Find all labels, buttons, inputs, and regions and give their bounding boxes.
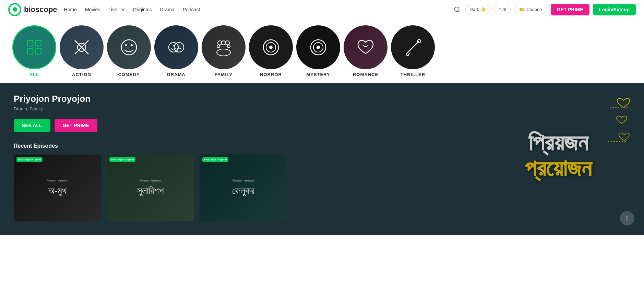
action-icon xyxy=(71,37,92,58)
bangla-toggle[interactable]: বাংলা xyxy=(494,5,511,14)
coupon-label: Coupon xyxy=(526,7,542,12)
genre-item-mystery[interactable]: MYSTERY xyxy=(296,25,340,77)
navbar: bioscope Home Movies Live TV Originals D… xyxy=(0,0,644,19)
svg-line-28 xyxy=(407,41,419,53)
svg-point-0 xyxy=(454,7,459,11)
card2-badge: bioscope original xyxy=(109,157,135,162)
nav-links: Home Movies Live TV Originals Drama Podc… xyxy=(64,7,445,12)
genre-label-drama: DRAMA xyxy=(167,72,185,77)
episode-card-3[interactable]: bioscope original প্রিয়জন প্রয়োজন কেলু… xyxy=(200,155,287,221)
genre-circle-comedy xyxy=(107,25,151,69)
svg-rect-5 xyxy=(36,49,41,54)
card1-art: প্রিয়জন প্রয়োজন অ-মুখ xyxy=(47,179,68,197)
genre-bar: ALL ACTION COMEDY xyxy=(0,19,644,83)
genre-circle-romance xyxy=(344,25,387,69)
svg-rect-2 xyxy=(27,40,33,46)
nav-livetv[interactable]: Live TV xyxy=(108,7,124,12)
recent-episodes-label: Recent Episodes xyxy=(14,143,353,149)
login-signup-button[interactable]: Login/Signup xyxy=(593,4,636,15)
show-actions: SEE ALL GET PRIME xyxy=(14,119,353,132)
episode-card-1[interactable]: bioscope original প্রিয়জন প্রয়োজন অ-মু… xyxy=(14,155,101,221)
card3-art: প্রিয়জন প্রয়োজন কেলুকর xyxy=(232,179,254,197)
svg-point-11 xyxy=(131,44,133,46)
genre-item-family[interactable]: FAMILY xyxy=(202,25,246,77)
content-section: Priyojon Proyojon Drama, Family SEE ALL … xyxy=(0,83,644,235)
svg-point-9 xyxy=(121,40,136,55)
svg-point-19 xyxy=(217,45,220,48)
genre-item-drama[interactable]: DRAMA xyxy=(154,25,198,77)
logo[interactable]: bioscope xyxy=(8,3,57,16)
nav-originals[interactable]: Originals xyxy=(133,7,152,12)
logo-circle xyxy=(8,3,21,16)
dark-mode-toggle[interactable]: Dark ☀️ xyxy=(465,5,491,14)
genre-item-action[interactable]: ACTION xyxy=(60,25,104,77)
comedy-icon xyxy=(119,37,139,58)
horror-icon xyxy=(261,37,281,58)
romance-icon xyxy=(355,37,376,58)
show-info: Priyojon Proyojon Drama, Family SEE ALL … xyxy=(14,94,353,221)
nav-drama[interactable]: Drama xyxy=(160,7,175,12)
mystery-icon xyxy=(308,37,329,58)
svg-point-10 xyxy=(125,44,127,46)
right-art-text: প্রিয়জন প্রয়োজন xyxy=(525,130,592,181)
search-icon xyxy=(454,6,461,13)
search-button[interactable] xyxy=(452,5,462,14)
genre-label-family: FAMILY xyxy=(215,72,232,77)
drama-icon xyxy=(166,37,187,58)
svg-point-20 xyxy=(227,45,230,48)
genre-item-all[interactable]: ALL xyxy=(12,25,56,77)
svg-point-15 xyxy=(179,45,180,46)
genre-circle-mystery xyxy=(296,25,340,69)
card1-badge: bioscope original xyxy=(16,157,43,162)
family-icon xyxy=(213,37,234,58)
thriller-icon xyxy=(403,37,423,58)
card2-art: প্রিয়জন প্রয়োজন সুলারিশপ xyxy=(137,179,164,197)
nav-movies[interactable]: Movies xyxy=(85,7,100,12)
svg-rect-3 xyxy=(36,40,41,46)
svg-point-24 xyxy=(269,46,273,49)
genre-item-comedy[interactable]: COMEDY xyxy=(107,25,151,77)
decorative-hearts xyxy=(603,94,630,148)
genre-circle-family xyxy=(202,25,246,69)
nav-podcast[interactable]: Podcast xyxy=(183,7,200,12)
art-line1: প্রিয়জন xyxy=(525,130,592,155)
get-prime-nav-button[interactable]: GET PRIME xyxy=(551,4,589,15)
nav-right: Dark ☀️ বাংলা 🎫 Coupon GET PRIME Login/S… xyxy=(452,4,636,15)
svg-point-27 xyxy=(317,46,320,49)
dark-label: Dark xyxy=(470,7,479,12)
genre-label-action: ACTION xyxy=(72,72,91,77)
svg-point-14 xyxy=(174,42,184,52)
chevron-up-icon: ⇧ xyxy=(625,215,630,222)
svg-rect-4 xyxy=(27,49,33,54)
genre-label-romance: ROMANCE xyxy=(353,72,378,77)
card3-badge: bioscope original xyxy=(202,157,228,162)
genre-circle-drama xyxy=(154,25,198,69)
genre-item-thriller[interactable]: THRILLER xyxy=(391,25,435,77)
logo-text: bioscope xyxy=(24,5,57,14)
see-all-button[interactable]: SEE ALL xyxy=(14,119,50,132)
svg-point-13 xyxy=(173,45,174,46)
episode-card-2[interactable]: bioscope original প্রিয়জন প্রয়োজন সুলা… xyxy=(107,155,194,221)
get-prime-show-button[interactable]: GET PRIME xyxy=(55,119,97,132)
genre-circle-action xyxy=(60,25,104,69)
genre-label-comedy: COMEDY xyxy=(118,72,140,77)
show-title: Priyojon Proyojon xyxy=(14,94,353,104)
genre-label-all: ALL xyxy=(29,72,39,77)
right-art-area: প্রিয়জন প্রয়োজন xyxy=(486,90,630,220)
genre-item-romance[interactable]: ROMANCE xyxy=(344,25,387,77)
genre-label-horror: HORROR xyxy=(260,72,282,77)
coupon-icon: 🎫 xyxy=(519,7,525,12)
sun-icon: ☀️ xyxy=(481,7,486,12)
genre-label-thriller: THRILLER xyxy=(401,72,425,77)
show-genres-text: Drama, Family xyxy=(14,106,353,111)
genre-circle-all xyxy=(12,25,56,69)
episode-cards: bioscope original প্রিয়জন প্রয়োজন অ-মু… xyxy=(14,155,353,221)
scroll-top-button[interactable]: ⇧ xyxy=(620,211,634,226)
svg-line-1 xyxy=(458,11,460,12)
genre-item-horror[interactable]: HORROR xyxy=(249,25,293,77)
coupon-button[interactable]: 🎫 Coupon xyxy=(514,5,547,14)
svg-point-21 xyxy=(217,49,230,56)
nav-home[interactable]: Home xyxy=(64,7,77,12)
genre-circle-horror xyxy=(249,25,293,69)
all-grid-icon xyxy=(25,38,43,56)
